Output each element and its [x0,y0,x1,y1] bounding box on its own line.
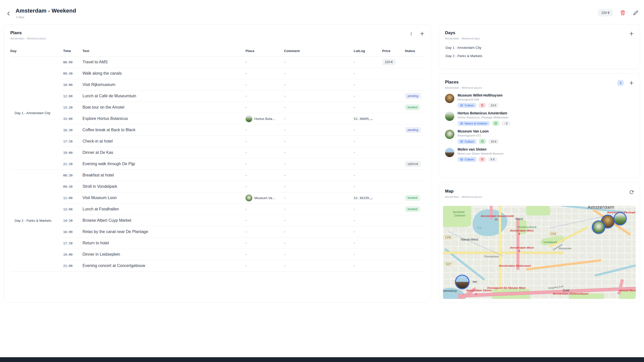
day-list-item-2[interactable]: Day 2 - Parks & Markets [442,52,637,60]
plan-text[interactable]: Breakfast at hotel [83,170,246,181]
plan-time: 21:30 [63,158,83,170]
place-name: Hortus Bota… [254,117,276,121]
plan-latlng: - [354,79,382,90]
add-place-button[interactable] [628,80,635,86]
plans-menu-button[interactable] [408,30,414,37]
place-photo [445,130,454,139]
plan-text[interactable]: Stroll in Vondelpark [83,181,246,192]
place-badges: Culture10 € [458,139,499,144]
delete-trip-button[interactable] [619,10,626,16]
plan-text[interactable]: Visit Rijksmuseum [83,79,246,90]
plan-latlng: - [354,238,382,249]
plan-price [382,181,405,192]
place-list-item[interactable]: Hortus Botanicus AmsterdamHortus Botanic… [445,111,634,126]
visited-badge[interactable] [479,139,486,144]
plan-text[interactable]: Check-in at hotel [83,136,246,147]
plan-text[interactable]: Visit Museum Loon [83,192,246,204]
plan-price [382,249,405,260]
plan-status [405,68,424,79]
column-header-time: Time [63,47,83,57]
plan-price: 210 € [382,57,405,68]
plan-place: - [246,238,284,249]
checkbox-icon [481,140,484,143]
map-label: Amsterdam-West [510,246,534,249]
place-info: Museum Willet-HolthuysenHerengracht 605C… [458,93,503,108]
plan-text[interactable]: Boat tour on the Amstel [83,102,246,113]
map-label: S106 [444,236,452,239]
empty-value: - [284,128,285,132]
plan-text[interactable]: Travel to AMS [83,57,246,68]
map-subtitle: Amsterdam - Weekend places [445,195,634,198]
map-canvas[interactable]: AmsterdamAmsterdam CentraalSportparkOokm… [443,206,636,299]
plan-text[interactable]: Dinner at De Kas [83,147,246,158]
plan-price [382,68,405,79]
pin-badge[interactable] [479,103,486,108]
plan-text[interactable]: Lunch at Foodhallen [83,204,246,215]
place-name: Museum Van Loon [458,129,499,133]
days-panel: Days Amsterdam - Weekend days Day 1 - Am… [439,24,640,69]
plan-status [405,136,424,147]
empty-value: - [246,241,247,245]
plan-time: 13:30 [63,102,83,113]
place-address: Herengracht 605 [458,98,503,101]
place-chip[interactable]: Museum Va… [246,195,276,201]
latlng-value: - [354,184,355,189]
empty-value: - [284,71,285,76]
latlng-value: - [354,71,355,76]
plan-text[interactable]: Browse Albert Cuyp Market [83,215,246,226]
latlng-value: - [354,207,355,211]
plan-latlng: - [354,215,382,226]
plan-text[interactable]: Relax by the canal near De Plantage [83,226,246,238]
plan-text[interactable]: Evening walk through De Pijp [83,158,246,170]
plan-text[interactable]: Coffee break at Back to Black [83,124,246,136]
plan-text[interactable]: Explore Hortus Botanicus [83,113,246,124]
map-label: Amstel Business Park [619,289,636,292]
plan-text[interactable]: Dinner in Leidseplein [83,249,246,260]
map-place-marker[interactable] [455,275,469,289]
days-list: Day 1 - Amsterdam CityDay 2 - Parks & Ma… [442,43,637,60]
map-title: Map [445,189,634,194]
add-plan-button[interactable] [419,30,425,37]
place-list-item[interactable]: Museum Van LoonKeizersgracht 672Culture1… [445,129,634,144]
plans-table-body: Day 1 - Amsterdam City06:00Travel to AMS… [10,57,424,272]
plan-latlng: - [354,124,382,136]
plan-comment: - [284,238,354,249]
place-chip[interactable]: Hortus Bota… [246,115,276,122]
empty-value: - [246,207,247,211]
place-list-item[interactable]: Molen van SlotenMolen van Sloten Windmil… [445,147,634,162]
plan-status [405,260,424,272]
map-place-marker[interactable] [592,220,605,234]
empty-value: - [284,60,285,64]
place-badges: Culture5 € [458,157,504,162]
status-badge: booked [405,104,420,110]
edit-trip-button[interactable] [632,10,639,16]
plan-status: booked [405,204,424,215]
plan-text[interactable]: Walk along the canals [83,68,246,79]
latlng-value: - [354,60,355,64]
add-day-button[interactable] [628,30,635,37]
plan-comment: - [284,57,354,68]
map-refresh-button[interactable] [628,189,635,195]
place-list-item[interactable]: Museum Willet-HolthuysenHerengracht 605C… [445,93,634,108]
plan-text[interactable]: Evening concert at Concertgebouw [83,260,246,272]
empty-value: - [246,263,247,268]
back-button[interactable] [6,10,13,17]
status-badge: pending [405,127,421,133]
plan-place: - [246,260,284,272]
plan-text[interactable]: Return to hotel [83,238,246,249]
plan-price [382,113,405,124]
day-list-item-1[interactable]: Day 1 - Amsterdam City [442,43,637,52]
plan-comment: - [284,226,354,238]
day-group-label: Day 1 - Amsterdam City [10,57,63,170]
plan-text[interactable]: Lunch at Café de Museumtuin [83,90,246,102]
plan-latlng: - [354,226,382,238]
trip-total-price-badge: 220 € [598,9,613,16]
latlng-value: - [354,105,355,110]
column-header-day: Day [10,47,63,57]
map-label: Ookmeer [454,214,465,217]
place-address: Molen van Sloten Windmill Museum [458,152,504,155]
pin-badge[interactable] [479,157,486,162]
plan-comment: - [284,204,354,215]
map-place-marker[interactable] [614,212,627,225]
visited-badge[interactable] [492,121,499,126]
